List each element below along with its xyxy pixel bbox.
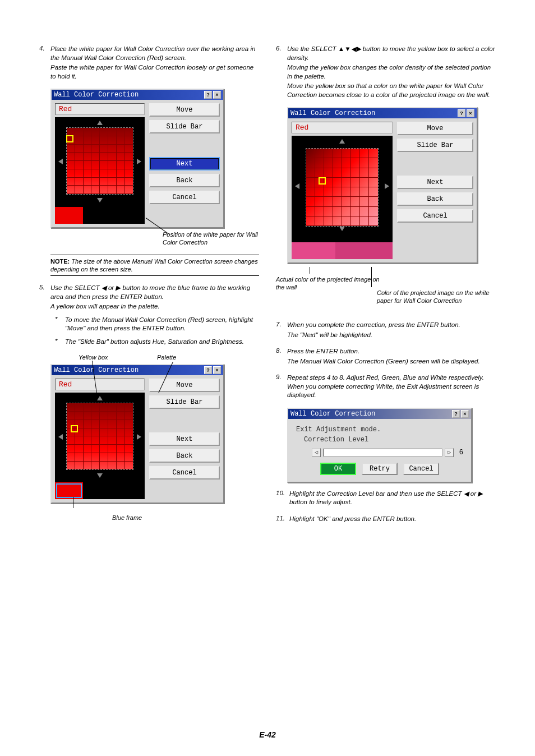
step-6: 6. Use the SELECT ▲▼◀▶ button to move th…	[276, 45, 496, 99]
dialog-titlebar: Wall Color Correction ? ×	[52, 365, 223, 375]
bullet-text: To move the Manual Wall Color Correction…	[65, 316, 259, 333]
figure-wall-color-3: Wall Color Correction ? × Red	[287, 107, 496, 314]
move-button[interactable]: Move	[149, 103, 220, 117]
figure-wall-color-2: Yellow box Palette Wall Color Correction…	[50, 354, 259, 522]
step-number: 5.	[39, 284, 50, 291]
step-number: 11.	[276, 515, 289, 522]
caption-actual-color: Actual color of the projected image on t…	[276, 275, 388, 292]
yellow-cursor	[319, 177, 326, 185]
step-number: 6.	[276, 45, 287, 52]
color-palette[interactable]	[292, 136, 393, 259]
step-subtext: The Manual Wall Color Correction (Green)…	[287, 357, 496, 366]
step-text: When you complete the correction, press …	[287, 321, 460, 330]
dialog-exit-adjustment: Wall Color Correction ? × Exit Adjustmen…	[287, 408, 472, 483]
dialog-button-column: Move Slide Bar Next Back Cancel	[149, 379, 220, 499]
dialog-wall-color-correction: Wall Color Correction ? × Red	[50, 364, 224, 504]
close-icon[interactable]: ×	[213, 91, 221, 99]
cancel-button[interactable]: Cancel	[403, 463, 439, 475]
step-subtext: A yellow box will appear in the palette.	[50, 302, 259, 311]
color-swatch	[55, 482, 83, 499]
dialog-button-column: Move Slide Bar Next Back Cancel	[149, 103, 220, 224]
color-palette[interactable]	[55, 117, 145, 224]
right-column: 6. Use the SELECT ▲▼◀▶ button to move th…	[276, 45, 496, 531]
next-button[interactable]: Next	[149, 432, 220, 446]
back-button[interactable]: Back	[397, 192, 473, 206]
step-text: Highlight the Correction Level bar and t…	[289, 490, 496, 507]
retry-button[interactable]: Retry	[362, 463, 398, 475]
move-button[interactable]: Move	[397, 122, 473, 135]
step-text: Highlight "OK" and press the ENTER butto…	[289, 515, 416, 524]
next-button[interactable]: Next	[149, 157, 220, 170]
help-icon[interactable]: ?	[204, 91, 212, 99]
help-icon[interactable]: ?	[458, 109, 465, 117]
step-10: 10. Highlight the Correction Level bar a…	[276, 490, 496, 507]
step-text: Press the ENTER button.	[287, 347, 359, 356]
step-subtext: The "Next" will be highlighted.	[287, 331, 496, 340]
slider-left-icon[interactable]: ◁	[312, 448, 321, 457]
arrow-right-icon	[137, 434, 141, 440]
dialog-title: Wall Color Correction	[290, 410, 452, 418]
dialog-titlebar: Wall Color Correction ? ×	[288, 108, 477, 118]
step-5: 5. Use the SELECT ◀ or ▶ button to move …	[39, 284, 259, 346]
note-label: NOTE:	[50, 258, 70, 265]
step-text: Use the SELECT ◀ or ▶ button to move the…	[50, 284, 259, 301]
color-label: Red	[55, 103, 145, 115]
color-label: Red	[292, 122, 393, 133]
color-palette[interactable]	[55, 393, 145, 499]
arrow-down-icon	[97, 198, 103, 202]
cancel-button[interactable]: Cancel	[397, 209, 473, 223]
arrow-left-icon	[295, 183, 299, 189]
back-button[interactable]: Back	[149, 449, 220, 463]
dialog-titlebar: Wall Color Correction ? ×	[288, 409, 471, 419]
arrow-down-icon	[339, 227, 345, 231]
caption-projected-color: Color of the projected image on the whit…	[377, 289, 506, 305]
color-label: Red	[55, 379, 145, 390]
slider-value: 6	[459, 449, 463, 457]
cancel-button[interactable]: Cancel	[149, 466, 220, 480]
correction-level-label: Correction Level	[304, 436, 463, 444]
left-column: 4. Place the white paper for Wall Color …	[39, 45, 259, 531]
step-subtext: Moving the yellow box changes the color …	[287, 63, 496, 81]
step-text: Use the SELECT ▲▼◀▶ button to move the y…	[287, 45, 496, 62]
step-8: 8. Press the ENTER button. The Manual Wa…	[276, 347, 496, 366]
help-icon[interactable]: ?	[204, 366, 212, 374]
arrow-right-icon	[137, 159, 141, 164]
dialog-wall-color-correction: Wall Color Correction ? × Red	[50, 89, 224, 228]
arrow-down-icon	[97, 473, 103, 478]
back-button[interactable]: Back	[149, 174, 220, 187]
arrow-up-icon	[339, 139, 345, 144]
step-4: 4. Place the white paper for Wall Color …	[39, 45, 259, 81]
slidebar-button[interactable]: Slide Bar	[149, 395, 220, 409]
dialog-title: Wall Color Correction	[54, 366, 204, 374]
step-number: 9.	[276, 374, 287, 380]
close-icon[interactable]: ×	[467, 109, 474, 117]
annot-yellowbox: Yellow box	[79, 354, 108, 361]
page-number: E-42	[0, 730, 535, 739]
step-text: Place the white paper for Wall Color Cor…	[50, 45, 259, 62]
exit-mode-label: Exit Adjustment mode.	[296, 426, 463, 434]
dialog-titlebar: Wall Color Correction ? ×	[52, 90, 223, 100]
help-icon[interactable]: ?	[452, 410, 460, 418]
next-button[interactable]: Next	[397, 176, 473, 189]
annot-blue-frame: Blue frame	[112, 514, 259, 522]
cancel-button[interactable]: Cancel	[149, 191, 220, 204]
close-icon[interactable]: ×	[213, 366, 221, 374]
correction-level-slider[interactable]: ◁ ▷ 6	[312, 448, 463, 457]
step-number: 8.	[276, 347, 287, 354]
bullet-2: * The "Slide Bar" button adjusts Hue, Sa…	[55, 338, 259, 347]
close-icon[interactable]: ×	[461, 410, 469, 418]
slider-track[interactable]	[323, 449, 442, 457]
step-number: 10.	[276, 490, 289, 496]
blue-frame	[56, 483, 82, 498]
figure-caption: Position of the white paper for Wall Col…	[163, 231, 259, 247]
arrow-left-icon	[58, 434, 63, 440]
step-number: 4.	[39, 45, 50, 52]
slidebar-button[interactable]: Slide Bar	[397, 139, 473, 152]
step-7: 7. When you complete the correction, pre…	[276, 321, 496, 339]
ok-button[interactable]: OK	[320, 463, 356, 475]
bullet-text: The "Slide Bar" button adjusts Hue, Satu…	[65, 338, 244, 347]
dialog-wall-color-correction: Wall Color Correction ? × Red	[287, 107, 478, 264]
slider-right-icon[interactable]: ▷	[445, 448, 454, 457]
slidebar-button[interactable]: Slide Bar	[149, 120, 220, 133]
step-subtext: Move the yellow box so that a color on t…	[287, 82, 496, 99]
